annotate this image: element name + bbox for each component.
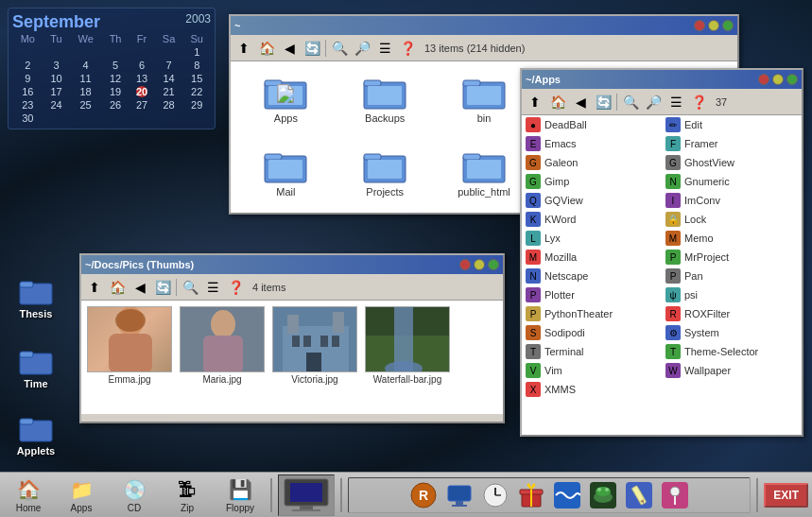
svg-rect-51 xyxy=(300,506,313,509)
app-plotter[interactable]: PPlotter xyxy=(522,285,662,304)
calendar-today[interactable]: 20 xyxy=(136,86,147,97)
quick-pencil-icon[interactable] xyxy=(624,480,654,510)
app-edit[interactable]: ✏Edit xyxy=(662,115,802,134)
folder-mail[interactable]: Mail xyxy=(238,143,334,205)
thumb-waterfall[interactable]: Waterfall-bar.jpg xyxy=(365,306,450,408)
close-button[interactable] xyxy=(694,20,705,31)
thumbs-title: ~/Docs/Pics (Thumbs) xyxy=(85,259,194,270)
apps2-zoom-in-icon[interactable]: 🔍 xyxy=(621,93,640,112)
view-icon[interactable]: ☰ xyxy=(375,39,394,58)
app-galeon[interactable]: GGaleon xyxy=(522,153,662,172)
app-lyx[interactable]: LLyx xyxy=(522,229,662,248)
apps2-view-icon[interactable]: ☰ xyxy=(666,93,685,112)
sodipodi-icon: S xyxy=(526,325,541,340)
thumbs-home-icon[interactable]: 🏠 xyxy=(108,278,127,297)
apps2-maximize-button[interactable] xyxy=(786,74,798,85)
app-wallpaper[interactable]: WWallpaper xyxy=(662,361,802,380)
app-mozilla[interactable]: MMozilla xyxy=(522,248,662,267)
thumb-maria[interactable]: Maria.jpg xyxy=(180,306,265,408)
app-deadball[interactable]: ●DeadBall xyxy=(522,115,662,134)
svg-rect-44 xyxy=(20,282,33,287)
apps2-help-icon[interactable]: ❓ xyxy=(689,93,708,112)
apps2-back-icon[interactable]: ⬆ xyxy=(526,93,544,112)
app-ghostview[interactable]: GGhostView xyxy=(662,153,802,172)
quick-wave-icon[interactable] xyxy=(552,480,582,510)
back2-icon[interactable]: ◀ xyxy=(280,39,299,58)
desktop-icon-applets[interactable]: Applets xyxy=(9,411,62,457)
app-gimp[interactable]: GGimp xyxy=(522,172,662,191)
taskbar-apps[interactable]: 📁 Apps xyxy=(57,476,106,513)
thumbs-refresh-icon[interactable]: 🔄 xyxy=(153,278,172,297)
app-framer[interactable]: FFramer xyxy=(662,134,802,153)
apps2-refresh-icon[interactable]: 🔄 xyxy=(594,93,613,112)
app-theme-selector[interactable]: TTheme-Selector xyxy=(662,342,802,361)
app-gqview[interactable]: QGQView xyxy=(522,191,662,210)
thumbs-view-icon[interactable]: ☰ xyxy=(203,278,222,297)
quick-rox-icon[interactable]: R xyxy=(408,480,439,510)
minimize-button[interactable] xyxy=(708,20,719,31)
app-terminal[interactable]: TTerminal xyxy=(522,342,662,361)
app-kword[interactable]: KKWord xyxy=(522,210,662,229)
app-system[interactable]: ⚙System xyxy=(662,323,802,342)
taskbar-home[interactable]: 🏠 Home xyxy=(4,476,53,513)
thumbs-back-icon[interactable]: ⬆ xyxy=(85,278,104,297)
back-icon[interactable]: ⬆ xyxy=(234,39,253,58)
folder-apps[interactable]: Apps xyxy=(238,69,334,135)
taskbar-apps-label: Apps xyxy=(71,503,93,513)
svg-point-67 xyxy=(596,487,611,496)
app-pan[interactable]: PPan xyxy=(662,267,802,285)
mrproject-icon: P xyxy=(665,250,681,265)
quick-display-icon[interactable] xyxy=(444,480,475,510)
thumbs-maximize-button[interactable] xyxy=(488,259,499,270)
app-imconv[interactable]: IImConv xyxy=(662,191,802,210)
app-vim[interactable]: VVim xyxy=(522,361,662,380)
apps2-zoom-out-icon[interactable]: 🔎 xyxy=(644,93,663,112)
zoom-in-icon[interactable]: 🔍 xyxy=(330,39,349,58)
taskbar-floppy[interactable]: 💾 Floppy xyxy=(216,476,265,513)
app-pythontheater[interactable]: PPythonTheater xyxy=(522,304,662,323)
thumbs-minimize-button[interactable] xyxy=(474,259,485,270)
thumbs-help-icon[interactable]: ❓ xyxy=(226,278,245,297)
app-gnumeric[interactable]: NGnumeric xyxy=(662,172,802,191)
desktop-icon-thesis[interactable]: Thesis xyxy=(9,274,62,319)
thumbs-up-icon[interactable]: ◀ xyxy=(130,278,149,297)
app-roxfilter[interactable]: RROXFilter xyxy=(662,304,802,323)
app-lock[interactable]: 🔒Lock xyxy=(662,210,802,229)
home-icon[interactable]: 🏠 xyxy=(257,39,276,58)
maximize-button[interactable] xyxy=(722,20,734,31)
app-mrproject[interactable]: PMrProject xyxy=(662,248,802,267)
taskbar-zip[interactable]: 🗜 Zip xyxy=(163,476,212,513)
desktop-icon-time[interactable]: Time xyxy=(9,344,62,389)
app-psi[interactable]: ψpsi xyxy=(662,285,802,304)
gqview-icon: Q xyxy=(526,193,541,208)
thumbs-close-button[interactable] xyxy=(459,259,471,270)
quick-time-icon[interactable] xyxy=(480,480,510,510)
folder-public-html[interactable]: public_html xyxy=(437,143,532,205)
thumbs-zoom-in-icon[interactable]: 🔍 xyxy=(181,278,199,297)
svg-rect-32 xyxy=(287,315,299,334)
thumb-emma[interactable]: Emma.jpg xyxy=(87,306,172,408)
taskbar-cd[interactable]: 💿 CD xyxy=(110,476,159,513)
quick-pin-icon[interactable] xyxy=(660,480,690,510)
folder-bin[interactable]: bin xyxy=(437,69,532,135)
app-sodipodi[interactable]: SSodipodi xyxy=(522,323,662,342)
quick-croc-icon[interactable] xyxy=(588,480,618,510)
apps2-up-icon[interactable]: ◀ xyxy=(571,93,590,112)
apps2-home-icon[interactable]: 🏠 xyxy=(548,93,567,112)
folder-projects[interactable]: Projects xyxy=(337,143,433,205)
app-memo[interactable]: MMemo xyxy=(662,229,802,248)
roxfilter-icon: R xyxy=(665,306,681,321)
refresh-icon[interactable]: 🔄 xyxy=(302,39,321,58)
apps2-close-button[interactable] xyxy=(758,74,769,85)
app-xmms[interactable]: XXMMS xyxy=(522,380,662,399)
app-emacs[interactable]: EEmacs xyxy=(522,134,662,153)
exit-button[interactable]: EXIT xyxy=(764,483,808,508)
app-netscape[interactable]: NNetscape xyxy=(522,267,662,285)
thumb-victoria[interactable]: Victoria.jpg xyxy=(272,306,357,408)
psi-icon: ψ xyxy=(665,287,681,302)
quick-gift-icon[interactable] xyxy=(516,480,546,510)
zoom-out-icon[interactable]: 🔎 xyxy=(353,39,371,58)
folder-backups[interactable]: Backups xyxy=(337,69,433,135)
help-icon[interactable]: ❓ xyxy=(398,39,417,58)
apps2-minimize-button[interactable] xyxy=(772,74,784,85)
